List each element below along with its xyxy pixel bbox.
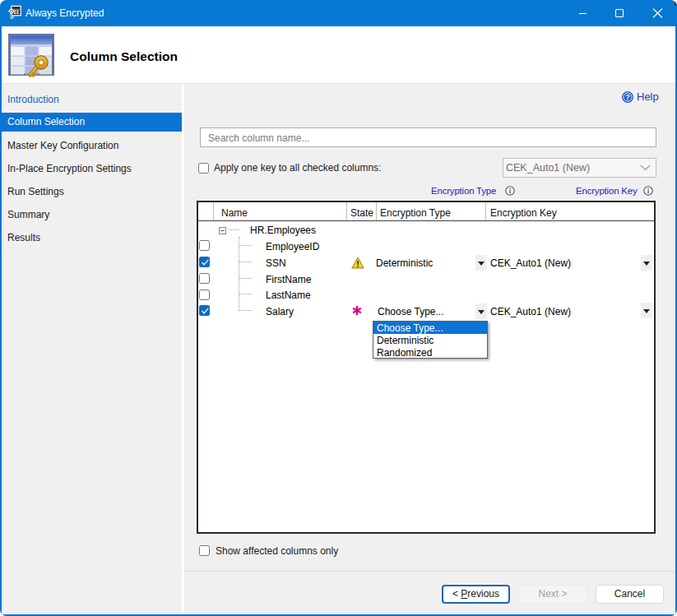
svg-text:?: ? xyxy=(625,93,629,101)
